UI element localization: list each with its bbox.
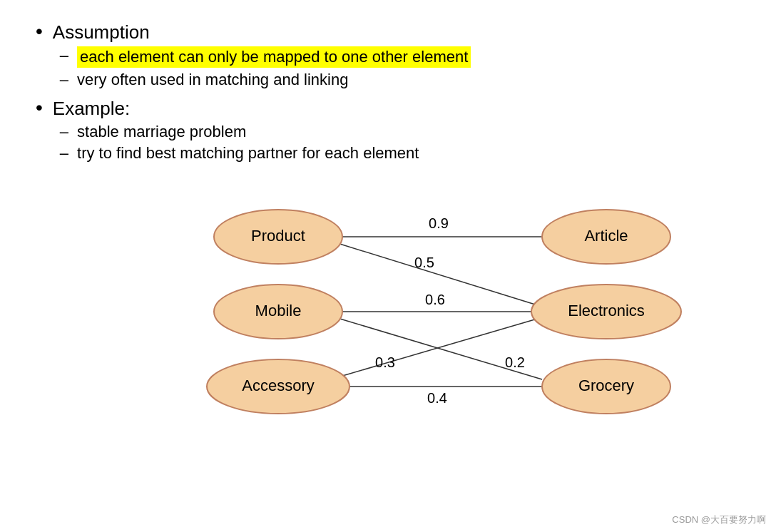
svg-text:Mobile: Mobile — [255, 302, 302, 319]
sub-text-matching: very often used in matching and linking — [77, 71, 348, 89]
svg-text:0.9: 0.9 — [429, 215, 449, 231]
bullet-title-example: Example: — [53, 98, 740, 120]
graph-area: 0.9 0.5 0.6 0.3 0.4 0.2 Product Mobile — [36, 180, 740, 415]
sub-dash-2: – — [60, 71, 68, 89]
svg-text:Grocery: Grocery — [578, 377, 634, 394]
sub-text-best: try to find best matching partner for ea… — [77, 144, 419, 163]
bullet-title-assumption: Assumption — [53, 21, 740, 44]
sub-dash-4: – — [60, 144, 68, 163]
bullet-dot-2: • — [36, 96, 43, 119]
watermark: CSDN @大百要努力啊 — [672, 513, 766, 526]
bullet-dot-1: • — [36, 20, 43, 43]
svg-text:Article: Article — [584, 227, 628, 245]
sub-item-best: – try to find best matching partner for … — [53, 144, 740, 163]
svg-text:Electronics: Electronics — [568, 302, 645, 319]
sub-text-stable: stable marriage problem — [77, 123, 246, 141]
bullet-list: • Assumption – each element can only be … — [36, 21, 740, 165]
sub-item-highlight: – each element can only be mapped to one… — [53, 46, 740, 68]
svg-text:0.3: 0.3 — [375, 354, 395, 370]
svg-text:0.2: 0.2 — [505, 354, 525, 370]
sub-item-matching: – very often used in matching and linkin… — [53, 71, 740, 89]
sub-list-example: – stable marriage problem – try to find … — [53, 123, 740, 163]
bullet-content-2: Example: – stable marriage problem – try… — [53, 98, 740, 165]
sub-item-stable: – stable marriage problem — [53, 123, 740, 141]
svg-text:0.6: 0.6 — [425, 292, 445, 307]
svg-text:Product: Product — [251, 227, 305, 245]
graph-svg: 0.9 0.5 0.6 0.3 0.4 0.2 Product Mobile — [36, 180, 740, 415]
sub-text-highlight: each element can only be mapped to one o… — [77, 46, 471, 68]
sub-list-assumption: – each element can only be mapped to one… — [53, 46, 740, 89]
svg-text:0.4: 0.4 — [427, 390, 447, 406]
bullet-example: • Example: – stable marriage problem – t… — [36, 98, 740, 165]
slide: • Assumption – each element can only be … — [0, 0, 776, 532]
bullet-assumption: • Assumption – each element can only be … — [36, 21, 740, 92]
sub-dash-1: – — [60, 46, 68, 65]
svg-text:0.5: 0.5 — [414, 255, 434, 270]
svg-text:Accessory: Accessory — [242, 377, 314, 394]
bullet-content-1: Assumption – each element can only be ma… — [53, 21, 740, 92]
sub-dash-3: – — [60, 123, 68, 141]
